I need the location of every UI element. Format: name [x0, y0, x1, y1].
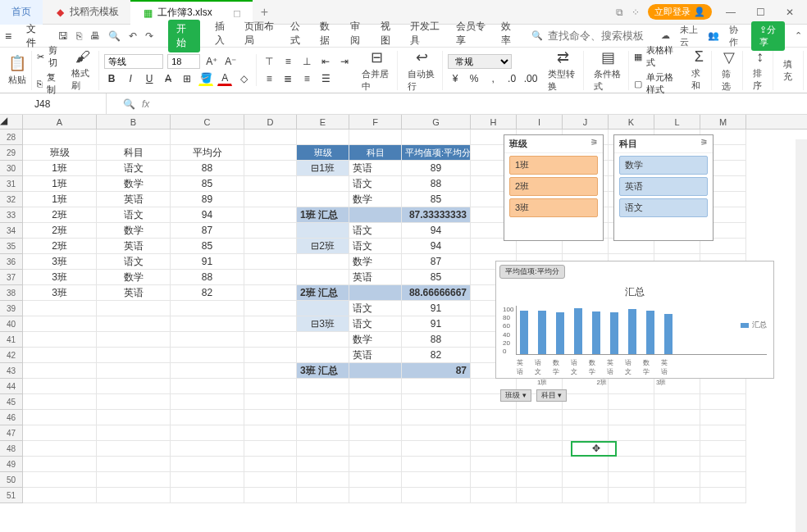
- cell[interactable]: [244, 363, 297, 379]
- zoom-out-icon[interactable]: 🔍: [123, 98, 135, 110]
- cell[interactable]: 3班: [23, 285, 97, 301]
- cell[interactable]: [349, 410, 402, 425]
- grid[interactable]: ◢ ABCDEFGHIJKLM 2829班级科目平均分班级科目平均值项:平均分3…: [0, 115, 807, 532]
- size-select[interactable]: [167, 54, 200, 69]
- slicer-item[interactable]: 语文: [619, 198, 708, 217]
- cell[interactable]: 3班: [23, 254, 97, 270]
- cell[interactable]: [23, 348, 97, 363]
- cell[interactable]: [349, 457, 402, 472]
- number-format-select[interactable]: 常规: [448, 54, 512, 69]
- save-icon[interactable]: 🖫: [58, 30, 68, 42]
- maximize-button[interactable]: ☐: [750, 7, 771, 18]
- cell[interactable]: [609, 441, 654, 457]
- cell[interactable]: 英语: [97, 192, 171, 207]
- cell[interactable]: [517, 410, 563, 425]
- cell[interactable]: [171, 425, 244, 441]
- distribute-icon[interactable]: ☰: [318, 71, 333, 86]
- align-right-icon[interactable]: ≡: [299, 71, 314, 86]
- type-convert-group[interactable]: ⇄类型转换: [543, 51, 583, 90]
- cell[interactable]: [402, 472, 471, 488]
- slicer-subject[interactable]: 科目⚞ 数学英语语文: [613, 134, 714, 241]
- row-header[interactable]: 33: [0, 207, 23, 223]
- cell[interactable]: [402, 488, 471, 503]
- cell[interactable]: [349, 363, 402, 379]
- cell[interactable]: 平均分: [171, 145, 244, 161]
- underline-button[interactable]: U: [142, 71, 157, 86]
- font-color-button[interactable]: A: [217, 71, 232, 86]
- menu-insert[interactable]: 插入: [215, 20, 230, 52]
- slicer-item[interactable]: 3班: [509, 198, 598, 217]
- cell[interactable]: 87: [171, 223, 244, 239]
- cell[interactable]: [244, 161, 297, 176]
- col-header-E[interactable]: E: [297, 115, 349, 129]
- cell[interactable]: 语文: [97, 161, 171, 176]
- cell[interactable]: [97, 301, 171, 316]
- cell[interactable]: [244, 130, 297, 145]
- cell[interactable]: 科目: [97, 145, 171, 161]
- menu-review[interactable]: 审阅: [350, 20, 366, 52]
- cell[interactable]: [563, 457, 609, 472]
- cell[interactable]: [349, 488, 402, 503]
- cell[interactable]: [97, 425, 171, 441]
- cell[interactable]: [349, 130, 402, 145]
- new-icon[interactable]: ⎘: [76, 30, 82, 42]
- preview-icon[interactable]: 🔍: [108, 30, 121, 42]
- cell[interactable]: [700, 488, 746, 503]
- cell[interactable]: [171, 457, 244, 472]
- row-header[interactable]: 43: [0, 363, 23, 379]
- cell[interactable]: [171, 394, 244, 410]
- cell[interactable]: 91: [402, 316, 471, 332]
- row-header[interactable]: 40: [0, 316, 23, 332]
- cell[interactable]: [244, 176, 297, 192]
- cell[interactable]: 数学: [349, 192, 402, 207]
- cell[interactable]: [402, 425, 471, 441]
- cell[interactable]: [517, 472, 563, 488]
- menu-dev[interactable]: 开发工具: [410, 20, 440, 52]
- menu-member[interactable]: 会员专享: [456, 20, 486, 52]
- cell[interactable]: 2班: [23, 223, 97, 239]
- font-select[interactable]: [104, 54, 163, 69]
- cell[interactable]: 3班 汇总: [297, 363, 349, 379]
- chart-value-pill[interactable]: 平均值项:平均分: [499, 265, 565, 279]
- cell[interactable]: [563, 488, 609, 503]
- cell[interactable]: [244, 145, 297, 161]
- cell[interactable]: [244, 192, 297, 207]
- row-header[interactable]: 44: [0, 379, 23, 394]
- cell[interactable]: [297, 223, 349, 239]
- cell[interactable]: [609, 457, 654, 472]
- vertical-scrollbar[interactable]: [796, 139, 807, 532]
- col-header-C[interactable]: C: [171, 115, 244, 129]
- cell[interactable]: [244, 379, 297, 394]
- cell[interactable]: [244, 348, 297, 363]
- slicer-item[interactable]: 1班: [509, 156, 598, 175]
- cell[interactable]: 85: [402, 192, 471, 207]
- chevron-up-icon[interactable]: ⌃: [795, 30, 802, 41]
- cell[interactable]: [349, 285, 402, 301]
- cell[interactable]: [23, 301, 97, 316]
- cell[interactable]: [654, 441, 700, 457]
- cell[interactable]: 94: [402, 239, 471, 254]
- cell[interactable]: 88.66666667: [402, 285, 471, 301]
- cell[interactable]: [244, 285, 297, 301]
- cell[interactable]: 88: [171, 270, 244, 285]
- row-header[interactable]: 39: [0, 301, 23, 316]
- cell[interactable]: [97, 472, 171, 488]
- cell[interactable]: [700, 472, 746, 488]
- close-button[interactable]: ✕: [779, 7, 800, 18]
- fill-color-button[interactable]: 🪣: [198, 71, 213, 86]
- row-header[interactable]: 46: [0, 410, 23, 425]
- row-header[interactable]: 32: [0, 192, 23, 207]
- menu-view[interactable]: 视图: [381, 20, 396, 52]
- col-header-B[interactable]: B: [97, 115, 171, 129]
- menu-formula[interactable]: 公式: [290, 20, 306, 52]
- percent-icon[interactable]: %: [467, 71, 481, 86]
- row-header[interactable]: 36: [0, 254, 23, 270]
- table-style-icon[interactable]: ▦: [634, 52, 642, 62]
- cell[interactable]: [402, 130, 471, 145]
- row-header[interactable]: 45: [0, 394, 23, 410]
- cell[interactable]: [471, 457, 517, 472]
- cell[interactable]: [23, 379, 97, 394]
- dec-decimal-icon[interactable]: .00: [523, 71, 538, 86]
- cell[interactable]: [171, 363, 244, 379]
- wrap-group[interactable]: ↩自动换行: [403, 51, 443, 90]
